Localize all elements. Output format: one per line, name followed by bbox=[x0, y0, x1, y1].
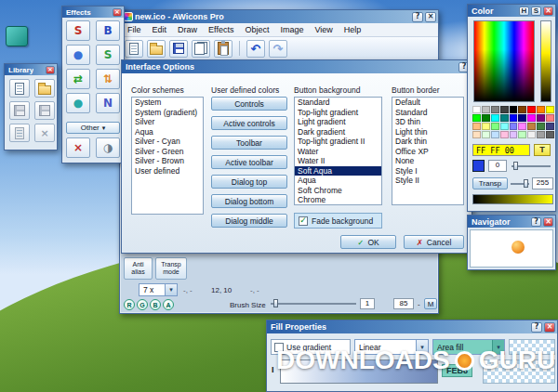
color-swatch[interactable] bbox=[491, 106, 499, 113]
effect-blur-icon[interactable]: B bbox=[96, 20, 120, 41]
color-swatch[interactable] bbox=[472, 123, 481, 130]
effect-smooth-icon[interactable]: S bbox=[96, 45, 120, 65]
menu-item[interactable]: Object bbox=[239, 24, 274, 35]
user-color-button[interactable]: Dialog top bbox=[211, 175, 287, 189]
effect-sharpen-icon[interactable]: S bbox=[66, 20, 90, 41]
channel-button[interactable]: B bbox=[150, 299, 161, 310]
color-swatch[interactable] bbox=[546, 123, 554, 130]
color-scheme-option[interactable]: Silver - Cyan bbox=[132, 137, 203, 147]
color-swatch[interactable] bbox=[546, 106, 554, 113]
cancel-button[interactable]: ✗ Cancel bbox=[404, 235, 464, 249]
other-effects-button[interactable]: Other ▾ bbox=[66, 122, 120, 134]
button-border-list[interactable]: DefaultStandard3D thinLight thinDark thi… bbox=[392, 97, 464, 205]
brush-size-value[interactable]: 1 bbox=[360, 298, 375, 309]
effect-flip-vertical-icon[interactable]: ⇅ bbox=[96, 69, 120, 89]
color-swatch[interactable] bbox=[472, 131, 481, 138]
color-scheme-option[interactable]: Silver bbox=[132, 117, 203, 127]
button-border-option[interactable]: Style I bbox=[392, 166, 463, 176]
button-border-option[interactable]: Light thin bbox=[392, 127, 463, 137]
color-scheme-option[interactable]: Silver - Green bbox=[132, 147, 203, 157]
color-scheme-option[interactable]: System bbox=[132, 98, 203, 108]
user-color-button[interactable]: Dialog bottom bbox=[211, 194, 287, 208]
color-swatch[interactable] bbox=[537, 114, 545, 122]
color-swatch[interactable] bbox=[491, 131, 499, 138]
button-border-option[interactable]: Default bbox=[392, 98, 463, 108]
library-save-icon[interactable] bbox=[9, 101, 30, 120]
opacity-value-box[interactable]: 255 bbox=[532, 177, 553, 189]
button-background-option[interactable]: Top-light gradient bbox=[295, 108, 381, 118]
button-border-option[interactable]: Style II bbox=[392, 176, 463, 186]
button-background-option[interactable]: Standard bbox=[295, 98, 381, 108]
close-icon[interactable]: × bbox=[544, 322, 555, 333]
navigator-preview[interactable] bbox=[470, 229, 553, 268]
brush-shape-select[interactable]: 7 x ▾ bbox=[139, 283, 178, 296]
button-background-option[interactable]: Soft Chrome bbox=[295, 186, 381, 196]
color-swatch[interactable] bbox=[537, 106, 545, 113]
color-swatch[interactable] bbox=[510, 131, 518, 138]
user-color-button[interactable]: Controls bbox=[211, 97, 287, 111]
color-swatch[interactable] bbox=[518, 123, 526, 130]
button-border-option[interactable]: Office XP bbox=[392, 147, 463, 157]
button-background-option[interactable]: Soft Aqua bbox=[295, 166, 381, 176]
color-titlebar[interactable]: Color H S × bbox=[468, 5, 555, 17]
slider-thumb[interactable] bbox=[513, 162, 518, 170]
library-export-icon[interactable] bbox=[9, 124, 30, 142]
effect-delete-icon[interactable]: × bbox=[66, 137, 90, 158]
hex-color-field[interactable]: FF FF 00 bbox=[472, 144, 530, 156]
copy-icon[interactable] bbox=[192, 40, 210, 58]
color-swatch[interactable] bbox=[527, 106, 536, 113]
menu-item[interactable]: Effects bbox=[203, 24, 239, 35]
color-swatch[interactable] bbox=[518, 114, 526, 122]
menu-item[interactable]: Image bbox=[274, 24, 309, 35]
color-swatch[interactable] bbox=[537, 123, 545, 130]
slider-thumb[interactable] bbox=[524, 179, 528, 188]
color-swatch[interactable] bbox=[527, 114, 536, 122]
undo-icon[interactable]: ↶ bbox=[246, 40, 265, 58]
button-border-option[interactable]: Dark thin bbox=[392, 137, 463, 147]
close-icon[interactable]: × bbox=[543, 7, 553, 16]
menu-item[interactable]: Edit bbox=[147, 24, 173, 35]
menu-item[interactable]: Draw bbox=[172, 24, 203, 35]
new-icon[interactable] bbox=[125, 40, 143, 58]
color-swatch[interactable] bbox=[482, 131, 490, 138]
opacity-slider[interactable] bbox=[511, 179, 529, 188]
open-icon[interactable] bbox=[147, 40, 166, 58]
library-new-icon[interactable] bbox=[9, 79, 30, 98]
user-color-button[interactable]: Dialog middle bbox=[211, 214, 287, 228]
button-background-option[interactable]: Light gradient bbox=[295, 117, 381, 127]
help-button[interactable]: ? bbox=[412, 12, 423, 22]
fade-background-checkbox[interactable]: ✓ bbox=[299, 216, 308, 226]
effects-titlebar[interactable]: Effects × bbox=[62, 7, 124, 18]
help-button[interactable]: ? bbox=[531, 217, 541, 227]
color-swatch[interactable] bbox=[491, 114, 499, 122]
button-background-option[interactable]: Water II bbox=[295, 156, 381, 166]
color-picker-field[interactable] bbox=[473, 20, 535, 102]
secondary-color-swatch[interactable] bbox=[472, 160, 485, 172]
close-icon[interactable]: × bbox=[113, 8, 122, 17]
menu-item[interactable]: Help bbox=[339, 24, 367, 35]
user-color-button[interactable]: Active toolbar bbox=[211, 155, 287, 169]
main-titlebar[interactable]: new.ico - AWicons Pro ? × bbox=[120, 10, 438, 23]
button-border-option[interactable]: None bbox=[392, 156, 463, 166]
component-slider[interactable] bbox=[512, 162, 551, 170]
color-swatch[interactable] bbox=[500, 123, 509, 130]
button-background-list[interactable]: StandardTop-light gradientLight gradient… bbox=[294, 97, 382, 205]
desktop-shortcut-icon[interactable] bbox=[6, 26, 28, 46]
saturation-mode-button[interactable]: S bbox=[531, 7, 541, 16]
button-border-option[interactable]: 3D thin bbox=[392, 117, 463, 127]
user-color-button[interactable]: Toolbar bbox=[211, 136, 287, 150]
color-swatch[interactable] bbox=[472, 114, 481, 122]
transparent-color-button[interactable]: T bbox=[534, 144, 551, 156]
channel-button[interactable]: A bbox=[163, 299, 174, 310]
user-color-button[interactable]: Active controls bbox=[211, 116, 287, 130]
color-swatch[interactable] bbox=[491, 123, 499, 130]
library-titlebar[interactable]: Library × bbox=[5, 64, 57, 75]
component-value-box[interactable]: 0 bbox=[488, 160, 507, 172]
anti-alias-button[interactable]: Anti alias bbox=[124, 257, 153, 280]
color-swatch[interactable] bbox=[472, 106, 481, 113]
color-swatch[interactable] bbox=[518, 106, 526, 113]
navigator-titlebar[interactable]: Navigator ? × bbox=[468, 216, 555, 228]
color-swatch[interactable] bbox=[482, 114, 490, 122]
effect-negative-icon[interactable]: N bbox=[96, 93, 120, 113]
color-scheme-option[interactable]: Silver - Brown bbox=[132, 156, 203, 166]
